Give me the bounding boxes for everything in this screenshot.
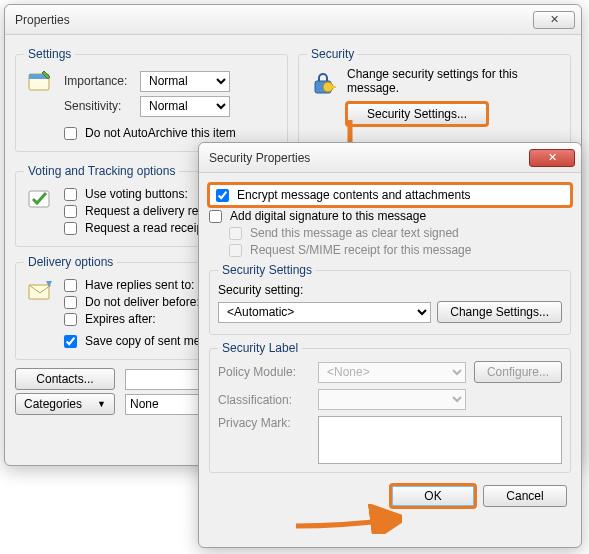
savecopy-checkbox[interactable] [64,335,77,348]
smime-label: Request S/MIME receipt for this message [250,243,471,257]
chevron-down-icon: ▼ [97,399,106,409]
change-settings-button[interactable]: Change Settings... [437,301,562,323]
read-receipt-checkbox[interactable] [64,222,77,235]
configure-button: Configure... [474,361,562,383]
svg-rect-4 [332,86,336,88]
properties-titlebar: Properties ✕ [5,5,581,35]
categories-button-label: Categories [24,397,82,411]
settings-icon [24,67,56,99]
sensitivity-label: Sensitivity: [64,99,134,113]
policy-select: <None> [318,362,466,383]
autoarchive-label: Do not AutoArchive this item [85,126,236,140]
delivery-icon [24,275,56,307]
security-properties-dialog: Security Properties ✕ Encrypt message co… [198,142,582,548]
use-voting-checkbox[interactable] [64,188,77,201]
nodeliver-checkbox[interactable] [64,296,77,309]
settings-legend: Settings [24,47,75,61]
read-receipt-label: Request a read receip [85,221,203,235]
expires-checkbox[interactable] [64,313,77,326]
properties-title: Properties [15,13,529,27]
privacy-mark-field [318,416,562,464]
security-title: Security Properties [209,151,525,165]
replies-label: Have replies sent to: [85,278,194,292]
settings-group: Settings Importance: Normal Sensitivity:… [15,47,288,152]
encrypt-label: Encrypt message contents and attachments [237,188,470,202]
classification-label: Classification: [218,393,310,407]
lock-icon [307,67,339,99]
security-setting-select[interactable]: <Automatic> [218,302,431,323]
voting-icon [24,184,56,216]
cleartext-checkbox [229,227,242,240]
encrypt-checkbox[interactable] [216,189,229,202]
nodeliver-label: Do not deliver before: [85,295,200,309]
close-button[interactable]: ✕ [533,11,575,29]
delivery-receipt-label: Request a delivery rec [85,204,204,218]
security-label-group: Security Label Policy Module: <None> Con… [209,341,571,473]
replies-checkbox[interactable] [64,279,77,292]
autoarchive-checkbox[interactable] [64,127,77,140]
security-setting-label: Security setting: [218,283,562,297]
use-voting-label: Use voting buttons: [85,187,188,201]
expires-label: Expires after: [85,312,156,326]
importance-select[interactable]: Normal [140,71,230,92]
sensitivity-select[interactable]: Normal [140,96,230,117]
contacts-button[interactable]: Contacts... [15,368,115,390]
security-label-legend: Security Label [218,341,302,355]
svg-point-3 [323,82,333,92]
cancel-button[interactable]: Cancel [483,485,567,507]
categories-button[interactable]: Categories ▼ [15,393,115,415]
sign-label: Add digital signature to this message [230,209,426,223]
security-settings-button[interactable]: Security Settings... [347,103,487,125]
ok-button[interactable]: OK [391,485,475,507]
security-settings-group: Security Settings Security setting: <Aut… [209,263,571,335]
privacy-label: Privacy Mark: [218,416,310,430]
smime-checkbox [229,244,242,257]
security-titlebar: Security Properties ✕ [199,143,581,173]
classification-select [318,389,466,410]
security-group: Security Change security settings for th… [298,47,571,152]
security-legend: Security [307,47,358,61]
sign-checkbox[interactable] [209,210,222,223]
voting-legend: Voting and Tracking options [24,164,179,178]
savecopy-label: Save copy of sent mes [85,334,206,348]
security-settings-legend: Security Settings [218,263,316,277]
delivery-receipt-checkbox[interactable] [64,205,77,218]
cleartext-label: Send this message as clear text signed [250,226,459,240]
close-button[interactable]: ✕ [529,149,575,167]
importance-label: Importance: [64,74,134,88]
security-desc: Change security settings for this messag… [347,67,562,95]
delivery-legend: Delivery options [24,255,117,269]
policy-label: Policy Module: [218,365,310,379]
